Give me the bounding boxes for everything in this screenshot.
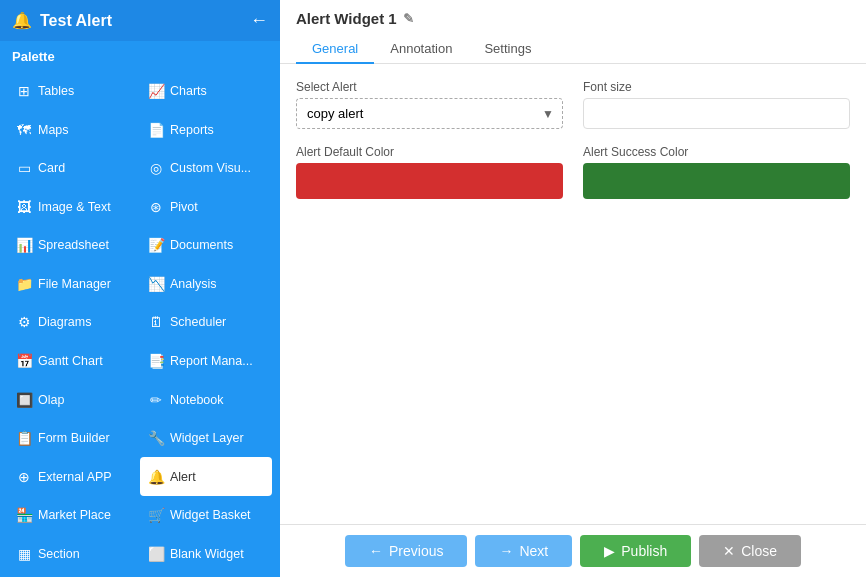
form-row-select: Select Alert copy alert ▼ Font size <box>296 80 850 129</box>
tab-general[interactable]: General <box>296 35 374 64</box>
sidebar-header: 🔔 Test Alert ← <box>0 0 280 41</box>
file-manager-icon: 📁 <box>16 276 32 292</box>
tabs-container: General Annotation Settings <box>296 35 850 63</box>
documents-icon: 📝 <box>148 237 164 253</box>
alert-success-color-swatch[interactable] <box>583 163 850 199</box>
form-group-font-size: Font size <box>583 80 850 129</box>
next-label: Next <box>519 543 548 559</box>
alert-bell-icon: 🔔 <box>148 469 164 485</box>
select-alert-wrapper: copy alert ▼ <box>296 98 563 129</box>
sidebar-item-olap[interactable]: 🔲Olap <box>8 380 140 419</box>
widget-header: Alert Widget 1 ✎ General Annotation Sett… <box>280 0 866 64</box>
play-icon: ▶ <box>604 543 615 559</box>
market-place-icon: 🏪 <box>16 507 32 523</box>
alert-default-color-swatch[interactable] <box>296 163 563 199</box>
sidebar-item-image-text[interactable]: 🖼Image & Text <box>8 188 140 227</box>
external-app-icon: ⊕ <box>16 469 32 485</box>
charts-icon: 📈 <box>148 83 164 99</box>
select-alert-label: Select Alert <box>296 80 563 94</box>
form-builder-icon: 📋 <box>16 430 32 446</box>
sidebar-item-market-place[interactable]: 🏪Market Place <box>8 496 140 535</box>
image-text-icon: 🖼 <box>16 199 32 215</box>
form-group-success-color: Alert Success Color <box>583 145 850 199</box>
widget-title-text: Alert Widget 1 <box>296 10 397 27</box>
previous-label: Previous <box>389 543 443 559</box>
sidebar-item-widget-layer[interactable]: 🔧Widget Layer <box>140 419 272 458</box>
sidebar-item-alert[interactable]: 🔔Alert <box>140 457 272 496</box>
next-button[interactable]: → Next <box>475 535 572 567</box>
form-row-colors: Alert Default Color Alert Success Color <box>296 145 850 199</box>
sidebar-item-form-builder[interactable]: 📋Form Builder <box>8 419 140 458</box>
form-group-select-alert: Select Alert copy alert ▼ <box>296 80 563 129</box>
publish-button[interactable]: ▶ Publish <box>580 535 691 567</box>
gantt-icon: 📅 <box>16 353 32 369</box>
widget-layer-icon: 🔧 <box>148 430 164 446</box>
sidebar-item-charts[interactable]: 📈Charts <box>140 72 272 111</box>
sidebar-item-documents[interactable]: 📝Documents <box>140 226 272 265</box>
olap-icon: 🔲 <box>16 392 32 408</box>
sidebar-item-custom-visu[interactable]: ◎Custom Visu... <box>140 149 272 188</box>
close-button[interactable]: ✕ Close <box>699 535 801 567</box>
sidebar-item-maps[interactable]: 🗺Maps <box>8 111 140 150</box>
sidebar-item-diagrams[interactable]: ⚙Diagrams <box>8 303 140 342</box>
tables-icon: ⊞ <box>16 83 32 99</box>
alert-default-color-label: Alert Default Color <box>296 145 563 159</box>
footer: ← Previous → Next ▶ Publish ✕ Close <box>280 524 866 577</box>
form-group-default-color: Alert Default Color <box>296 145 563 199</box>
widget-basket-icon: 🛒 <box>148 507 164 523</box>
sidebar-item-blank-widget[interactable]: ⬜Blank Widget <box>140 534 272 573</box>
sidebar-item-widget-basket[interactable]: 🛒Widget Basket <box>140 496 272 535</box>
pivot-icon: ⊛ <box>148 199 164 215</box>
alert-success-color-label: Alert Success Color <box>583 145 850 159</box>
sidebar-item-scheduler[interactable]: 🗓Scheduler <box>140 303 272 342</box>
card-icon: ▭ <box>16 160 32 176</box>
close-label: Close <box>741 543 777 559</box>
sidebar-item-spreadsheet[interactable]: 📊Spreadsheet <box>8 226 140 265</box>
sidebar-item-gantt-chart[interactable]: 📅Gantt Chart <box>8 342 140 381</box>
sidebar-item-tables[interactable]: ⊞Tables <box>8 72 140 111</box>
maps-icon: 🗺 <box>16 122 32 138</box>
report-manager-icon: 📑 <box>148 353 164 369</box>
diagrams-icon: ⚙ <box>16 314 32 330</box>
palette-grid: ⊞Tables 📈Charts 🗺Maps 📄Reports ▭Card ◎Cu… <box>0 68 280 577</box>
sidebar-back-button[interactable]: ← <box>250 10 268 31</box>
main-content: Alert Widget 1 ✎ General Annotation Sett… <box>280 0 866 577</box>
tab-settings[interactable]: Settings <box>468 35 547 64</box>
widget-title: Alert Widget 1 ✎ <box>296 10 850 27</box>
tab-annotation[interactable]: Annotation <box>374 35 468 64</box>
spreadsheet-icon: 📊 <box>16 237 32 253</box>
sidebar: 🔔 Test Alert ← Palette ⊞Tables 📈Charts 🗺… <box>0 0 280 577</box>
sidebar-item-report-manager[interactable]: 📑Report Mana... <box>140 342 272 381</box>
sidebar-item-section[interactable]: ▦Section <box>8 534 140 573</box>
widget-edit-icon[interactable]: ✎ <box>403 11 414 26</box>
sidebar-item-pivot[interactable]: ⊛Pivot <box>140 188 272 227</box>
alert-icon: 🔔 <box>12 11 32 30</box>
section-icon: ▦ <box>16 546 32 562</box>
sidebar-item-reports[interactable]: 📄Reports <box>140 111 272 150</box>
next-arrow-icon: → <box>499 543 513 559</box>
reports-icon: 📄 <box>148 122 164 138</box>
sidebar-item-file-manager[interactable]: 📁File Manager <box>8 265 140 304</box>
prev-arrow-icon: ← <box>369 543 383 559</box>
select-alert-dropdown[interactable]: copy alert <box>297 99 562 128</box>
notebook-icon: ✏ <box>148 392 164 408</box>
custom-visu-icon: ◎ <box>148 160 164 176</box>
sidebar-item-notebook[interactable]: ✏Notebook <box>140 380 272 419</box>
sidebar-item-card[interactable]: ▭Card <box>8 149 140 188</box>
blank-widget-icon: ⬜ <box>148 546 164 562</box>
publish-label: Publish <box>621 543 667 559</box>
sidebar-item-analysis[interactable]: 📉Analysis <box>140 265 272 304</box>
sidebar-title-text: Test Alert <box>40 12 112 30</box>
font-size-label: Font size <box>583 80 850 94</box>
analysis-icon: 📉 <box>148 276 164 292</box>
sidebar-item-external-app[interactable]: ⊕External APP <box>8 457 140 496</box>
font-size-input[interactable] <box>583 98 850 129</box>
scheduler-icon: 🗓 <box>148 314 164 330</box>
palette-label: Palette <box>0 41 280 68</box>
sidebar-title: 🔔 Test Alert <box>12 11 112 30</box>
form-area: Select Alert copy alert ▼ Font size Aler… <box>280 64 866 524</box>
close-icon: ✕ <box>723 543 735 559</box>
previous-button[interactable]: ← Previous <box>345 535 467 567</box>
